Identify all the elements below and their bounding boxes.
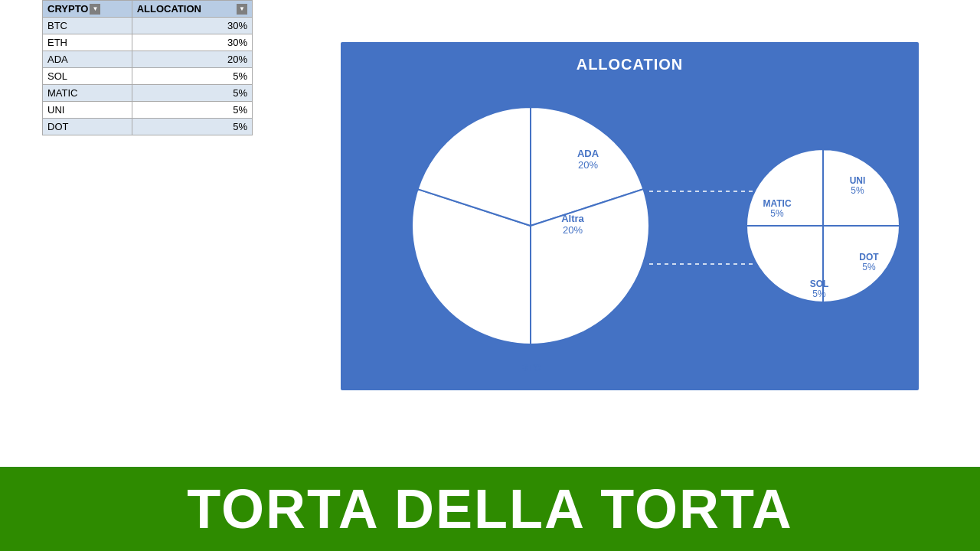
sub-pie-matic — [746, 149, 823, 226]
allocation-cell: 5% — [132, 102, 252, 119]
uni-label: UNI — [850, 175, 866, 186]
allocation-cell: 30% — [132, 34, 252, 51]
allocation-cell: 30% — [132, 18, 252, 34]
ada-label: ADA — [577, 148, 599, 159]
table-row: SOL5% — [43, 68, 253, 85]
crypto-dropdown-icon[interactable]: ▼ — [90, 4, 100, 15]
matic-label: MATIC — [763, 198, 791, 209]
crypto-cell: DOT — [43, 119, 132, 135]
table-row: ADA20% — [43, 51, 253, 68]
sub-pie-sol — [746, 226, 823, 302]
allocation-cell: 5% — [132, 68, 252, 85]
data-table: CRYPTO ▼ ALLOCATION ▼ BTC30%ETH30%ADA20%… — [42, 0, 253, 135]
sub-pie-dot — [823, 226, 900, 302]
crypto-cell: ETH — [43, 34, 132, 51]
allocation-header-label: ALLOCATION — [137, 3, 201, 15]
crypto-cell: ADA — [43, 51, 132, 68]
allocation-column-header[interactable]: ALLOCATION ▼ — [132, 1, 252, 18]
table-row: BTC30% — [43, 18, 253, 34]
btc-label: BTC — [521, 362, 541, 371]
allocation-dropdown-icon[interactable]: ▼ — [237, 4, 247, 15]
chart-title: ALLOCATION — [341, 56, 919, 73]
table-row: UNI5% — [43, 102, 253, 119]
table-row: MATIC5% — [43, 85, 253, 102]
dot-label: DOT — [859, 252, 879, 262]
banner-text: TORTA DELLA TORTA — [187, 478, 792, 540]
crypto-cell: MATIC — [43, 85, 132, 102]
allocation-cell: 5% — [132, 85, 252, 102]
allocation-cell: 5% — [132, 119, 252, 135]
crypto-header-label: CRYPTO — [47, 3, 88, 15]
altra-value: 20% — [563, 224, 583, 236]
allocation-chart: ADA 20% ETH 30% BTC 30% Altra 20% — [356, 80, 907, 371]
uni-value: 5% — [851, 185, 864, 196]
bottom-banner: TORTA DELLA TORTA — [0, 467, 980, 551]
ada-value: 20% — [578, 159, 598, 171]
altra-label: Altra — [561, 213, 584, 224]
matic-value: 5% — [770, 208, 784, 219]
chart-container: ALLOCATION ADA 20% ETH — [341, 42, 919, 390]
sol-value: 5% — [812, 289, 826, 299]
crypto-cell: SOL — [43, 68, 132, 85]
table-row: ETH30% — [43, 34, 253, 51]
crypto-cell: UNI — [43, 102, 132, 119]
crypto-cell: BTC — [43, 18, 132, 34]
crypto-column-header[interactable]: CRYPTO ▼ — [43, 1, 132, 18]
table-row: DOT5% — [43, 119, 253, 135]
dot-value: 5% — [862, 262, 876, 272]
allocation-cell: 20% — [132, 51, 252, 68]
sol-label: SOL — [810, 279, 829, 289]
